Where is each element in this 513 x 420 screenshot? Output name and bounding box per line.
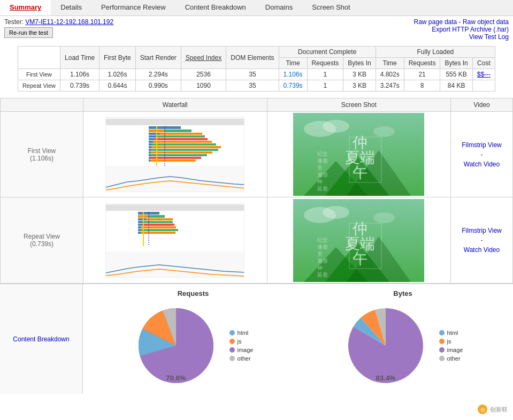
header-right: Raw page data - Raw object data Export H…	[414, 18, 509, 41]
waterfall-first-view-row: First View (1.106s)	[1, 112, 512, 197]
svg-rect-50	[149, 215, 165, 218]
row-rv-fl-bytes: 84 KB	[440, 80, 472, 91]
th-doc-time: Time	[279, 58, 307, 69]
th-doc-requests: Requests	[307, 58, 343, 69]
requests-chart-title: Requests	[178, 289, 209, 297]
row-rv-doc-time: 0.739s	[279, 80, 307, 91]
repeat-view-screenshot-cell[interactable]: 册 仲 夏端	[267, 197, 451, 283]
legend-js-bytes: js	[439, 338, 463, 345]
legend-other-bytes-label: other	[447, 355, 461, 362]
nav-summary[interactable]: Summary	[0, 0, 51, 16]
svg-rect-20	[151, 151, 212, 154]
legend-image-label: image	[238, 347, 254, 353]
legend-html-bytes: html	[439, 330, 463, 336]
svg-rect-11	[149, 141, 153, 143]
svg-text:午: 午	[353, 164, 367, 181]
svg-rect-55	[138, 224, 142, 226]
svg-text:遨游: 遨游	[317, 258, 328, 264]
svg-rect-18	[151, 149, 218, 151]
repeat-view-video-separator: -	[481, 236, 483, 244]
view-test-log-link[interactable]: View Test Log	[414, 33, 509, 41]
navigation-bar: Summary Details Performance Review Conte…	[0, 0, 513, 16]
tester-link[interactable]: VM7-IE11-12-192.168.101.192	[25, 18, 113, 26]
svg-text:逢着: 逢着	[317, 158, 328, 164]
legend-other-requests: other	[229, 355, 254, 362]
nav-domains[interactable]: Domains	[256, 0, 302, 16]
svg-rect-10	[154, 138, 208, 140]
legend-other-bytes-dot	[439, 356, 445, 361]
repeat-view-waterfall-cell[interactable]	[83, 197, 267, 283]
export-http-link[interactable]: Export HTTP Archive (.har)	[414, 26, 509, 33]
row-rv-first-byte: 0.644s	[99, 80, 136, 91]
row-repeat-view-label: Repeat View	[18, 80, 60, 91]
first-view-waterfall-cell[interactable]	[83, 112, 267, 197]
requests-center-label: 70.6%	[166, 374, 186, 382]
header-left: Tester: VM7-IE11-12-192.168.101.192 Re-r…	[4, 18, 113, 41]
legend-image-dot	[229, 347, 235, 353]
row-fv-doc-time: 1.106s	[279, 69, 307, 80]
nav-screen-shot[interactable]: Screen Shot	[302, 0, 360, 16]
wf-header-waterfall: Waterfall	[83, 98, 267, 111]
svg-rect-21	[149, 154, 151, 156]
raw-object-data-link[interactable]: Raw object data	[463, 18, 509, 26]
repeat-view-watch-video-link[interactable]: Watch Video	[464, 246, 500, 254]
content-breakdown-section: Content Breakdown Requests	[0, 284, 513, 394]
svg-rect-58	[141, 226, 176, 228]
th-fl-requests: Requests	[404, 58, 440, 69]
svg-point-68	[323, 206, 349, 219]
row-rv-start-render: 0.990s	[135, 80, 181, 91]
charts-area: Requests	[83, 284, 513, 394]
repeat-view-filmstrip-link[interactable]: Filmstrip View	[462, 227, 501, 234]
first-view-filmstrip-link[interactable]: Filmstrip View	[462, 141, 501, 149]
legend-image-bytes-label: image	[447, 347, 463, 353]
svg-rect-65	[106, 251, 244, 278]
row-fv-fl-req: 21	[404, 69, 440, 80]
content-breakdown-link[interactable]: Content Breakdown	[13, 335, 69, 343]
repeat-view-waterfall-chart	[105, 203, 244, 278]
svg-text:延着: 延着	[317, 272, 328, 278]
svg-rect-22	[151, 154, 207, 156]
bytes-pie-area: 83.4% html js image	[343, 303, 463, 388]
th-fl-cost: Cost	[472, 58, 495, 69]
row-fv-speed-index: 2536	[181, 69, 226, 80]
raw-page-data-link[interactable]: Raw page data	[414, 18, 457, 26]
nav-performance-review[interactable]: Performance Review	[91, 0, 175, 16]
svg-rect-5	[149, 133, 159, 135]
svg-rect-8	[157, 135, 205, 138]
svg-rect-4	[165, 129, 192, 132]
first-view-screenshot-cell[interactable]: 册	[267, 112, 451, 197]
svg-rect-1	[106, 119, 244, 125]
legend-other-label: other	[238, 355, 251, 362]
row-fv-fl-time: 4.802s	[376, 69, 404, 80]
row-fv-doc-req: 1	[307, 69, 343, 80]
row-rv-dom: 35	[226, 80, 279, 91]
requests-chart-container: Requests	[88, 289, 298, 388]
requests-legend: html js image other	[229, 330, 254, 362]
nav-content-breakdown[interactable]: Content Breakdown	[175, 0, 256, 16]
svg-rect-14	[152, 143, 216, 146]
nav-details[interactable]: Details	[51, 0, 91, 16]
stats-section: Load Time First Byte Start Render Speed …	[0, 43, 513, 95]
svg-rect-62	[141, 232, 175, 234]
legend-other-bytes: other	[439, 355, 463, 362]
first-view-sublabel: (1.106s)	[30, 155, 53, 162]
legend-image-bytes: image	[439, 347, 463, 353]
tester-info: Tester: VM7-IE11-12-192.168.101.192	[4, 18, 113, 26]
svg-text:神: 神	[317, 265, 323, 271]
svg-text:午: 午	[353, 250, 367, 267]
table-row: First View 1.106s 1.026s 2.294s 2536 35 …	[18, 69, 495, 80]
svg-rect-13	[149, 143, 152, 146]
svg-rect-61	[138, 232, 141, 234]
svg-text:贵: 贵	[317, 165, 323, 171]
rerun-button[interactable]: Re-run the test	[4, 27, 53, 38]
first-view-screenshot: 册	[293, 113, 424, 196]
wf-header-empty	[1, 98, 83, 111]
th-first-byte: First Byte	[99, 47, 136, 69]
bytes-center-label: 83.4%	[376, 374, 395, 382]
first-view-watch-video-link[interactable]: Watch Video	[464, 161, 500, 168]
bytes-legend: html js image other	[439, 330, 463, 362]
row-fv-cost[interactable]: $$---	[477, 71, 491, 78]
svg-text:神: 神	[317, 179, 323, 185]
legend-html-label: html	[238, 330, 249, 336]
legend-html-dot	[229, 330, 235, 335]
